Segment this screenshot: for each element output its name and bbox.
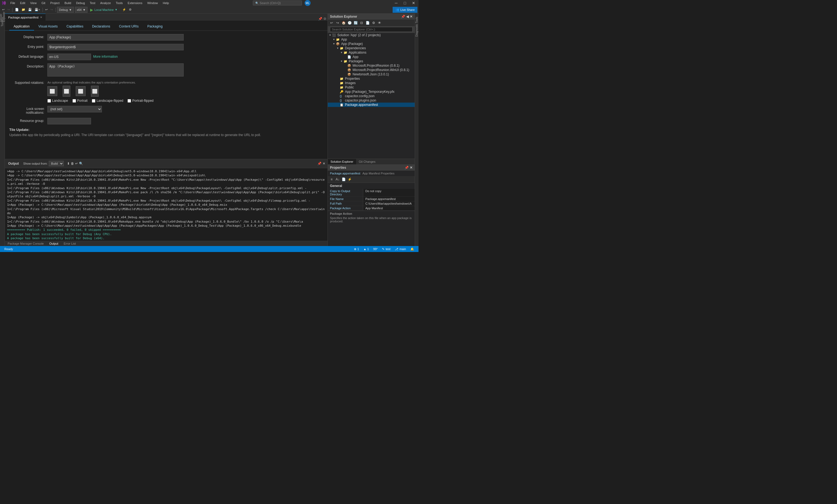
menu-project[interactable]: Project <box>48 1 61 5</box>
se-properties-btn[interactable]: ⚙ <box>371 20 376 25</box>
status-errors[interactable]: ⊗ 1 <box>352 247 361 251</box>
rotation-portrait-flipped-check[interactable]: Portrait-flipped <box>127 99 154 102</box>
se-close-icon[interactable]: ✕ <box>410 15 412 19</box>
se-tab-solution-explorer[interactable]: Solution Explorer <box>328 159 356 164</box>
rotation-portrait-check[interactable]: Portrait <box>72 99 88 102</box>
menu-help[interactable]: Help <box>161 1 172 5</box>
manifest-tab-declarations[interactable]: Declarations <box>88 23 115 31</box>
tree-item-pkg1[interactable]: 📦Microsoft.ProjectReunion (0.8.1) <box>328 63 415 68</box>
menu-test[interactable]: Test <box>88 1 97 5</box>
rotation-landscape-flipped-check[interactable]: Landscape-flipped <box>92 99 123 102</box>
tree-item-pkg2[interactable]: 📦Microsoft.ProjectReunion.WinUI (0.8.1) <box>328 68 415 72</box>
output-tab-error-list[interactable]: Error List <box>61 241 79 246</box>
menu-extensions[interactable]: Extensions <box>126 1 145 5</box>
manifest-tab-capabilities[interactable]: Capabilities <box>62 23 88 31</box>
menu-debug[interactable]: Debug <box>74 1 87 5</box>
menu-analyze[interactable]: Analyze <box>98 1 113 5</box>
tree-arrow[interactable]: ▼ <box>337 47 340 50</box>
menu-file[interactable]: File <box>8 1 17 5</box>
tree-arrow[interactable]: ▼ <box>329 34 332 36</box>
se-refresh-btn[interactable]: 🔄 <box>353 20 358 25</box>
tab-pin-icon[interactable]: 📌 <box>318 17 322 21</box>
portrait-checkbox[interactable] <box>72 99 76 102</box>
manifest-tab-application[interactable]: Application <box>9 23 34 31</box>
save-button[interactable]: 💾 <box>27 7 33 12</box>
output-scroll-end-btn[interactable]: ⬇ <box>67 162 70 166</box>
se-show-all-files-btn[interactable]: 📄 <box>365 20 370 25</box>
props-pin-icon[interactable]: 📌 <box>405 166 409 170</box>
tree-item-app_package[interactable]: ▼📦App (Package) <box>328 42 415 46</box>
tree-item-solution[interactable]: ▼⬛Solution 'App' (2 of 2 projects) <box>328 33 415 37</box>
platform-dropdown[interactable]: x64 ▼ <box>75 7 88 13</box>
tree-item-pkg3[interactable]: 📦Newtonsoft.Json (13.0.1) <box>328 72 415 76</box>
props-alphabetical-btn[interactable]: A↓ <box>335 176 340 182</box>
forward-button[interactable]: ↪ <box>6 7 11 12</box>
tree-arrow[interactable]: ▼ <box>340 51 343 54</box>
resource-group-input[interactable] <box>48 118 91 124</box>
output-clear-btn[interactable]: 🗑 <box>71 162 74 166</box>
toolbox-icon[interactable]: Toolbox <box>0 20 5 24</box>
open-button[interactable]: 📁 <box>20 7 26 12</box>
description-input[interactable]: App (Package) <box>48 63 184 76</box>
tree-item-tempkey[interactable]: 🔑App (Package)_TemporaryKey.pfx <box>328 90 415 94</box>
tree-item-packages[interactable]: ▼📁Packages <box>328 59 415 63</box>
props-pages-btn[interactable]: 📄 <box>341 176 346 182</box>
se-pin-icon[interactable]: 📌 <box>401 15 405 19</box>
tree-item-app_node[interactable]: 📄App <box>328 55 415 59</box>
close-button[interactable]: ✕ <box>410 0 417 6</box>
manifest-tab-packaging[interactable]: Packaging <box>143 23 167 31</box>
output-pin-button[interactable]: 📌 <box>317 162 321 166</box>
status-notifications[interactable]: 🔔 <box>408 247 416 251</box>
tree-item-applications[interactable]: ▼📁Applications <box>328 50 415 55</box>
tree-arrow[interactable]: ▼ <box>333 38 336 41</box>
output-wrap-btn[interactable]: ↵ <box>75 162 78 166</box>
landscape-flipped-checkbox[interactable] <box>92 99 95 102</box>
attach-button[interactable]: ⚡ <box>121 7 127 12</box>
se-preview-btn[interactable]: 👁 <box>377 20 382 25</box>
se-collapse-all-btn[interactable]: ⊟ <box>359 20 364 25</box>
display-name-input[interactable] <box>48 34 184 40</box>
tree-item-properties[interactable]: 📁Properties <box>328 76 415 81</box>
minimize-button[interactable]: ─ <box>392 0 400 6</box>
se-tab-git-changes[interactable]: Git Changes <box>356 159 378 164</box>
se-back-btn[interactable]: ↩ <box>329 20 334 25</box>
manifest-tab-content-uris[interactable]: Content URIs <box>115 23 143 31</box>
manifest-tab-close[interactable]: ✕ <box>40 16 42 19</box>
menu-build[interactable]: Build <box>63 1 73 5</box>
output-tab-package-manager[interactable]: Package Manager Console <box>5 241 47 246</box>
tree-arrow[interactable]: ▼ <box>333 42 336 45</box>
props-events-btn[interactable]: ⚡ <box>347 176 352 182</box>
output-content[interactable]: >App -> C:\Users\Max\apps\test\windows\A… <box>5 168 327 241</box>
manifest-tab[interactable]: Package.appxmanifest ✕ <box>5 14 46 21</box>
menu-git[interactable]: Git <box>39 1 48 5</box>
se-home-btn[interactable]: 🏠 <box>341 20 346 25</box>
portrait-flipped-checkbox[interactable] <box>127 99 131 102</box>
manifest-tab-visual-assets[interactable]: Visual Assets <box>34 23 62 31</box>
lock-screen-select[interactable]: (not set) <box>48 106 102 112</box>
tree-item-capacitor_plugins[interactable]: {}capacitor.plugins.json <box>328 98 415 102</box>
redo-button[interactable]: ↪ <box>49 7 54 12</box>
landscape-checkbox[interactable] <box>48 99 51 102</box>
tree-item-images[interactable]: 📁Images <box>328 81 415 85</box>
tree-item-package_manifest[interactable]: 📋Package.appxmanifest <box>328 102 415 107</box>
se-history-btn[interactable]: 🕐 <box>347 20 352 25</box>
menu-window[interactable]: Window <box>145 1 160 5</box>
tree-item-public[interactable]: 📁Public <box>328 85 415 90</box>
menu-tools[interactable]: Tools <box>113 1 125 5</box>
diagnostic-tools-panel[interactable]: Diagnostic Tools <box>415 14 418 246</box>
tree-arrow[interactable]: ▼ <box>340 60 343 62</box>
maximize-button[interactable]: □ <box>401 0 409 6</box>
menu-edit[interactable]: Edit <box>18 1 28 5</box>
menu-view[interactable]: View <box>28 1 39 5</box>
rotation-landscape-check[interactable]: Landscape <box>48 99 68 102</box>
save-all-button[interactable]: 💾+ <box>34 7 41 12</box>
output-source-dropdown[interactable]: Build <box>49 161 64 166</box>
undo-button[interactable]: ↩ <box>44 7 49 12</box>
tree-item-capacitor_config[interactable]: {}capacitor.config.json <box>328 94 415 98</box>
status-branch[interactable]: ✎ test <box>380 247 393 251</box>
search-box[interactable]: 🔍 Search (Ctrl+Q) <box>253 1 302 5</box>
run-button[interactable]: ▶ Local Machine ▼ <box>88 7 120 13</box>
default-language-input[interactable] <box>48 54 91 60</box>
settings-button[interactable]: ⚙ <box>128 7 133 12</box>
output-filter-btn[interactable]: 🔍 <box>79 162 83 166</box>
